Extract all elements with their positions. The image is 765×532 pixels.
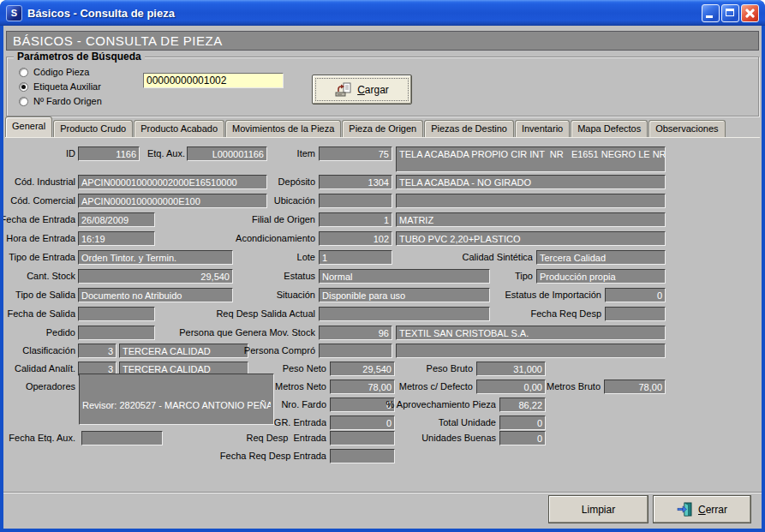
req-desp-entrada-label: Req Desp Entrada [230, 431, 326, 445]
footer-separator [3, 492, 762, 493]
calidad-analit-label: Calidad Analít. [3, 362, 75, 376]
estatus-importacion-field: 0 [605, 288, 666, 302]
metros-defecto-label: Metros c/ Defecto [387, 380, 473, 394]
estatus-importacion-label: Estatus de Importación [475, 288, 601, 302]
limpiar-button[interactable]: Limpiar [548, 495, 648, 523]
lote-field: 1 [319, 250, 392, 265]
clasificacion-desc-field: TERCERA CALIDAD [119, 344, 248, 358]
fecha-entrada-field: 26/08/2009 [78, 212, 155, 227]
radio-button[interactable] [19, 97, 28, 106]
fecha-req-desp-field [605, 307, 666, 321]
deposito-label: Depósito [236, 175, 315, 189]
persona-compro-desc-field [396, 344, 666, 358]
tab-inventario[interactable]: Inventario [515, 120, 570, 137]
maximize-button[interactable] [721, 4, 739, 22]
item-desc-field: TELA ACABADA PROPIO CIR INT NR E1651 NEG… [396, 146, 666, 172]
situacion-label: Situación [236, 288, 315, 302]
radio-codigo-pieza[interactable]: Código Pieza [19, 66, 89, 78]
titlebar[interactable]: Básicos - Consulta de pieza [0, 0, 765, 26]
operadores-line1: Revisor: 2820527 - MARCO ANTONIO PEÑA LO [82, 399, 271, 411]
req-desp-salida-actual-label: Req Desp Salida Actual [158, 307, 315, 321]
cargar-label: Cargar [357, 84, 389, 96]
tab-mapa-defectos[interactable]: Mapa Defectos [571, 120, 648, 137]
limpiar-label: Limpiar [582, 504, 615, 516]
fecha-etq-aux-label: Fecha Etq. Aux. [3, 431, 75, 445]
fecha-etq-aux-field [81, 431, 163, 445]
radio-label: Etiqueta Auxiliar [33, 81, 101, 92]
app-logo-icon [6, 5, 22, 21]
operadores-label: Operadores [3, 380, 75, 394]
item-label: Item [236, 146, 315, 161]
metros-neto-label: Metros Neto [248, 380, 326, 394]
etq-aux-label: Etq. Aux. [106, 146, 185, 161]
tab-pieza-origen[interactable]: Pieza de Origen [342, 120, 423, 137]
gr-entrada-label: GR. Entrada [248, 415, 326, 430]
tab-producto-crudo[interactable]: Producto Crudo [53, 120, 133, 137]
item-field: 75 [319, 146, 392, 161]
tipo-field: Producción propia [536, 269, 666, 284]
tab-strip: General Producto Crudo Producto Acabado … [5, 117, 726, 137]
deposito-field: 1304 [319, 175, 392, 189]
persona-genera-field: 96 [319, 326, 392, 340]
minimize-button[interactable] [702, 4, 720, 22]
fecha-req-desp-label: Fecha Req Desp [483, 307, 601, 321]
tipo-salida-label: Tipo de Salida [3, 288, 75, 302]
radio-etiqueta-auxiliar[interactable]: Etiqueta Auxiliar [19, 81, 101, 93]
tipo-label: Tipo [449, 269, 533, 284]
peso-neto-field: 29,540 [330, 362, 395, 376]
search-parameters-group: Parámetros de Búsqueda Código Pieza Etiq… [6, 57, 759, 117]
cant-stock-field: 29,540 [78, 269, 233, 284]
nro-fardo-label: Nro. Fardo [248, 398, 326, 412]
ubicacion-label: Ubicación [236, 194, 315, 208]
filial-desc-field: MATRIZ [396, 212, 666, 227]
window-controls [702, 4, 759, 22]
persona-genera-desc-field: TEXTIL SAN CRISTOBAL S.A. [396, 326, 666, 340]
total-unidade-field: 0 [499, 415, 546, 430]
fecha-req-desp-entrada-field [330, 449, 395, 463]
exit-door-icon [677, 502, 693, 517]
maximize-icon [726, 9, 734, 16]
aprovechamiento-label: % Aprovechamiento Pieza [355, 398, 496, 412]
hora-entrada-field: 16:19 [78, 231, 155, 246]
gr-entrada-field: 0 [330, 415, 395, 430]
metros-neto-field: 78,00 [330, 380, 395, 394]
aprovechamiento-field: 86,22 [499, 398, 546, 412]
tab-general[interactable]: General [5, 117, 52, 137]
group-title: Parámetros de Búsqueda [14, 51, 145, 63]
unidades-buenas-label: Unidades Buenas [393, 431, 496, 445]
tab-movimientos-pieza[interactable]: Movimientos de la Pieza [225, 120, 341, 137]
tipo-salida-field: Documento no Atribuido [78, 288, 233, 302]
cerrar-button[interactable]: Cerrar [653, 495, 751, 523]
radio-button[interactable] [19, 68, 28, 77]
application-window: Básicos - Consulta de pieza BÁSICOS - CO… [0, 0, 765, 532]
radio-fardo-origen[interactable]: Nº Fardo Origen [19, 95, 102, 107]
cant-stock-label: Cant. Stock [3, 269, 75, 284]
filial-origen-field: 1 [319, 212, 392, 227]
calidad-sintetica-field: Tercera Calidad [536, 250, 666, 265]
radio-button[interactable] [19, 82, 28, 92]
tab-producto-acabado[interactable]: Producto Acabado [134, 120, 224, 137]
ubicacion-field [319, 194, 392, 208]
cargar-button[interactable]: Cargar [312, 75, 412, 105]
fecha-salida-field [78, 307, 155, 321]
close-button[interactable] [741, 4, 759, 22]
req-desp-entrada-field [330, 431, 395, 445]
peso-bruto-label: Peso Bruto [394, 362, 473, 376]
tipo-entrada-field: Orden Tintor. y Termin. [78, 250, 233, 265]
search-input[interactable] [143, 73, 284, 88]
filial-origen-label: Filial de Origen [158, 212, 315, 227]
client-area: BÁSICOS - CONSULTA DE PIEZA Parámetros d… [3, 26, 762, 529]
clasificacion-label: Clasificación [3, 344, 75, 358]
tab-observaciones[interactable]: Observaciones [648, 120, 725, 137]
fecha-entrada-label: Fecha de Entrada [3, 212, 75, 227]
fecha-salida-label: Fecha de Salida [3, 307, 75, 321]
metros-bruto-label: Metros Bruto [522, 380, 601, 394]
persona-genera-label: Persona que Genera Mov. Stock [153, 326, 315, 340]
cerrar-label: Cerrar [698, 504, 727, 516]
tab-piezas-destino[interactable]: Piezas de Destino [424, 120, 514, 137]
deposito-desc-field: TELA ACABADA - NO GIRADO [396, 175, 666, 189]
id-label: ID [3, 146, 75, 161]
acondicionamiento-field: 102 [319, 231, 392, 246]
calidad-sintetica-label: Calidad Sintética [406, 250, 533, 265]
unidades-buenas-field: 0 [499, 431, 546, 445]
